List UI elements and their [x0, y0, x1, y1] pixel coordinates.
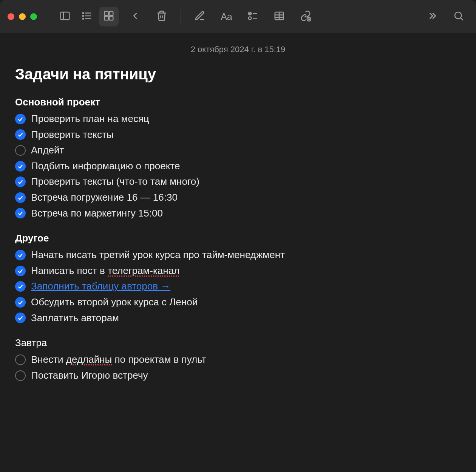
format-button[interactable]: Aa: [216, 7, 236, 26]
toolbar: Aa: [0, 0, 476, 33]
svg-rect-0: [61, 12, 70, 20]
svg-line-26: [461, 18, 463, 20]
checklist-item-label[interactable]: Начать писать третий урок курса про тайм…: [31, 247, 285, 263]
section-heading[interactable]: Основной проект: [15, 96, 461, 108]
checkbox-unchecked[interactable]: [15, 145, 26, 156]
zoom-window-button[interactable]: [30, 13, 37, 20]
checklist-item-label[interactable]: Проверить план на месяц: [31, 111, 149, 127]
checkbox-checked[interactable]: [15, 266, 26, 276]
checklist-item-label[interactable]: Написать пост в телеграм-канал: [31, 263, 179, 279]
checklist-item-label[interactable]: Заплатить авторам: [31, 310, 119, 326]
svg-point-7: [83, 18, 84, 19]
checklist-item-label[interactable]: Встреча погружение 16 — 16:30: [31, 190, 178, 206]
checkbox-checked[interactable]: [15, 208, 26, 218]
checklist-icon: [247, 10, 258, 23]
checklist-item: Обсудить второй урок курса с Леной: [15, 294, 461, 310]
toolbar-divider: [181, 9, 181, 24]
checklist-item: Проверить тексты (что-то там много): [15, 174, 461, 190]
sidebar-icon: [59, 10, 71, 23]
checklist-item: Проверить тексты: [15, 127, 461, 143]
search-icon: [453, 10, 464, 23]
list-view-button[interactable]: [77, 7, 97, 26]
checkbox-checked[interactable]: [15, 114, 26, 124]
svg-point-16: [249, 17, 252, 20]
compose-button[interactable]: [190, 7, 210, 26]
checkbox-checked[interactable]: [15, 297, 26, 308]
checkbox-checked[interactable]: [15, 192, 26, 203]
svg-rect-9: [109, 12, 113, 15]
checklist-item: Начать писать третий урок курса про тайм…: [15, 247, 461, 263]
checkbox-checked[interactable]: [15, 250, 26, 260]
checklist-item-label[interactable]: Апдейт: [31, 142, 64, 158]
notes-window: Aa 2: [0, 0, 476, 472]
svg-rect-11: [109, 16, 113, 20]
checklist-item-label[interactable]: Заполнить таблицу авторов →: [31, 279, 170, 294]
checklist-item: Заполнить таблицу авторов →: [15, 279, 461, 294]
section-heading[interactable]: Другое: [15, 232, 461, 244]
view-mode-group: [55, 7, 119, 26]
checklist-item: Написать пост в телеграм-канал: [15, 263, 461, 279]
minimize-window-button[interactable]: [19, 13, 26, 20]
checklist-item: Подбить информацию о проекте: [15, 158, 461, 174]
checklist-item: Апдейт: [15, 142, 461, 158]
checklist-item-label[interactable]: Внести дедлайны по проектам в пульт: [31, 352, 206, 368]
checklist-item-label[interactable]: Обсудить второй урок курса с Леной: [31, 294, 198, 310]
search-button[interactable]: [449, 7, 468, 26]
gallery-view-button[interactable]: [99, 7, 119, 26]
note-title[interactable]: Задачи на пятницу: [15, 66, 461, 83]
checkbox-checked[interactable]: [15, 129, 26, 140]
table-button[interactable]: [269, 7, 289, 26]
checkbox-checked[interactable]: [15, 161, 26, 172]
spellcheck-underline: дедлайны: [66, 354, 112, 365]
checklist-item-label[interactable]: Подбить информацию о проекте: [31, 158, 180, 174]
checklist-item: Поставить Игорю встречу: [15, 368, 461, 384]
table-icon: [274, 10, 285, 23]
checklist-item-label[interactable]: Проверить тексты (что-то там много): [31, 174, 199, 190]
svg-point-6: [83, 15, 84, 17]
link-plus-icon: [300, 10, 311, 23]
note-timestamp: 2 октября 2024 г. в 15:19: [15, 45, 461, 54]
note-content[interactable]: Основной проектПроверить план на месяцПр…: [15, 96, 461, 383]
grid-icon: [103, 10, 114, 23]
svg-point-25: [455, 12, 462, 19]
trash-icon: [156, 10, 167, 23]
chevron-left-icon: [130, 10, 141, 23]
window-controls: [8, 13, 37, 20]
section-heading[interactable]: Завтра: [15, 337, 461, 349]
checklist-item-label[interactable]: Встреча по маркетингу 15:00: [31, 206, 163, 221]
close-window-button[interactable]: [8, 13, 14, 20]
back-button[interactable]: [125, 7, 145, 26]
checkbox-checked[interactable]: [15, 313, 26, 323]
list-icon: [81, 10, 93, 23]
delete-button[interactable]: [152, 7, 172, 26]
sidebar-toggle-button[interactable]: [55, 7, 75, 26]
format-aa-icon: Aa: [221, 11, 232, 23]
more-button[interactable]: [422, 7, 442, 26]
checkbox-checked[interactable]: [15, 176, 26, 187]
checklist-button[interactable]: [243, 7, 263, 26]
svg-point-5: [83, 12, 84, 14]
checkbox-unchecked[interactable]: [15, 354, 26, 365]
checkbox-unchecked[interactable]: [15, 370, 26, 381]
link-button[interactable]: [296, 7, 315, 26]
compose-icon: [194, 10, 206, 23]
checklist-item: Заплатить авторам: [15, 310, 461, 326]
checklist-item: Встреча по маркетингу 15:00: [15, 206, 461, 221]
checklist-item-label[interactable]: Проверить тексты: [31, 127, 114, 143]
checklist-item: Внести дедлайны по проектам в пульт: [15, 352, 461, 368]
checkbox-checked[interactable]: [15, 281, 26, 292]
spellcheck-underline: телеграм-канал: [108, 265, 179, 276]
svg-rect-8: [105, 12, 108, 15]
svg-rect-10: [105, 16, 108, 20]
note-link[interactable]: Заполнить таблицу авторов →: [31, 280, 170, 292]
checklist-item: Встреча погружение 16 — 16:30: [15, 190, 461, 206]
note-body[interactable]: 2 октября 2024 г. в 15:19 Задачи на пятн…: [0, 33, 476, 472]
checklist-item: Проверить план на месяц: [15, 111, 461, 127]
checklist-item-label[interactable]: Поставить Игорю встречу: [31, 368, 148, 384]
chevron-double-right-icon: [427, 10, 438, 23]
